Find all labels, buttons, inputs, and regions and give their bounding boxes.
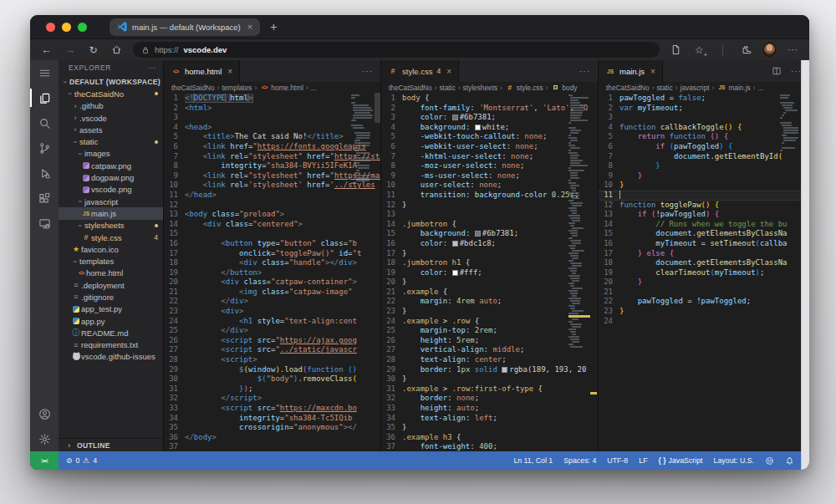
puzzle-icon[interactable] [740,43,752,56]
breadcrumb-item[interactable]: theCatSaidNo [171,84,215,92]
tab-style-css[interactable]: #style.css4× [381,60,459,82]
activity-account-view[interactable] [30,401,59,426]
toolbar-nav-group: ←→↻ [30,43,133,56]
activity-remote-explorer-view[interactable] [30,211,59,236]
activity-run-debug-view[interactable] [30,160,59,186]
browser-scrollbar[interactable] [801,60,809,470]
minimap[interactable] [568,94,591,349]
status-eol[interactable]: LF [639,456,647,465]
close-tab-icon[interactable]: × [650,67,655,76]
tree-item-javascript[interactable]: ›javascript [59,196,163,207]
explorer-more-actions-icon[interactable]: ··· [148,64,156,72]
code-line: 19 clearTimeout(myTimeout); [599,268,809,278]
back-icon[interactable]: ← [40,43,53,56]
zoom-window-button[interactable] [78,23,87,32]
breadcrumb-item[interactable]: JSmain.js [716,84,750,92]
close-window-button[interactable] [46,23,55,32]
remote-indicator[interactable]: >< [30,451,59,470]
line-number: 14 [381,220,402,230]
tree-item-vscode-png[interactable]: vscode.png [59,184,163,196]
problems-status[interactable]: ⊘0 ⚠4 [59,456,97,465]
status-language-mode[interactable]: { }JavaScript [659,456,703,465]
tree-item-app-test-py[interactable]: app_test.py [59,303,163,315]
tree-item-static[interactable]: ›static [59,135,163,147]
reload-icon[interactable]: ↻ [87,43,99,56]
breadcrumb-item[interactable]: static [439,84,455,92]
new-tab-button[interactable]: + [270,20,277,33]
tree-item-vscode-github-issues[interactable]: vscode.github-issues [59,351,163,363]
code-line: 23} [381,307,598,317]
home-icon[interactable] [110,43,123,56]
breadcrumb-item[interactable]: stylesheets [463,84,498,92]
breadcrumb-item[interactable]: #style.css [505,84,543,92]
browser-titlebar: main.js — default (Workspace) × + [30,15,809,38]
tree-item-templates[interactable]: ›templates [59,255,163,267]
code-editor[interactable]: 1pawToggled = false;2var myTimeout;34fun… [599,93,809,451]
activity-source-control-view[interactable] [30,135,59,160]
breadcrumb-item[interactable]: templates [222,84,252,92]
breadcrumb-item[interactable]: ... [757,84,763,92]
tree-item--deployment[interactable]: ≡.deployment [59,279,163,291]
tree-item--vscode[interactable]: ›.vscode [59,112,163,124]
breadcrumb-item[interactable]: body [550,84,577,92]
activity-menu-icon[interactable] [30,60,59,85]
tab-close-icon[interactable]: × [247,22,252,32]
activity-explorer-view[interactable] [30,85,59,110]
activity-settings-view[interactable] [30,426,59,451]
minimap[interactable] [780,94,803,155]
forward-icon[interactable]: → [64,43,76,56]
code-editor[interactable]: 1body {2 font-family: 'Montserrat', 'Lat… [381,93,598,451]
status-feedback[interactable] [765,456,774,466]
split-icon[interactable] [770,65,782,78]
tree-item-app-py[interactable]: app.py [59,315,163,327]
browser-tab[interactable]: main.js — default (Workspace) × [110,18,260,36]
minimap[interactable] [351,94,374,187]
tree-item-dogpaw-png[interactable]: dogpaw.png [59,171,163,183]
tree-item--gitignore[interactable]: ≡.gitignore [59,291,163,303]
tree-item-style-css[interactable]: #style.css4 [59,232,163,243]
minimize-window-button[interactable] [62,23,71,32]
tab-home-html[interactable]: <>home.html× [164,60,240,82]
close-tab-icon[interactable]: × [227,67,232,76]
breadcrumb-item[interactable]: <>home.html [259,84,303,92]
close-tab-icon[interactable]: × [446,67,451,76]
tree-item-favicon-ico[interactable]: ★favicon.ico [59,243,163,255]
breadcrumb-item[interactable]: ... [311,84,317,92]
status-encoding[interactable]: UTF-8 [607,456,628,465]
star-add-icon[interactable]: ☆+ [693,43,706,56]
tree-item--github[interactable]: ›.github [59,100,163,112]
status-keyboard-layout[interactable]: Layout: U.S. [714,456,754,465]
breadcrumb-item[interactable]: theCatSaidNo [389,84,432,92]
tree-item-images[interactable]: ›images [59,148,163,160]
tree-item-label: templates [79,257,114,266]
page-icon[interactable] [670,43,682,56]
more-icon[interactable]: ··· [579,65,591,78]
avatar-icon[interactable] [763,43,776,56]
scrollbar-slider[interactable] [375,93,380,123]
status-cursor-position[interactable]: Ln 11, Col 1 [513,456,553,465]
outline-section[interactable]: › OUTLINE [59,438,163,451]
tree-item-default-workspace-[interactable]: ›DEFAULT (WORKSPACE) [59,76,163,88]
breadcrumb-item[interactable]: theCatSaidNo [606,84,650,92]
tree-item-assets[interactable]: ›assets [59,124,163,135]
code-line: 24 [599,317,809,327]
status-notifications[interactable] [785,456,794,466]
breadcrumb-item[interactable]: static [656,84,672,92]
tree-item-requirements-txt[interactable]: ≡requirements.txt [59,339,163,351]
tree-item-thecatsaidno[interactable]: ›theCatSaidNo [59,88,163,99]
tree-item-readme-md[interactable]: ⓘREADME.md [59,327,163,339]
breadcrumb-item[interactable]: javascript [681,84,710,92]
status-indentation[interactable]: Spaces: 4 [563,456,596,465]
activity-search-view[interactable] [30,110,59,135]
tab-main-js[interactable]: JSmain.js× [599,60,663,82]
activity-extensions-view[interactable] [30,186,59,211]
tree-item-stylesheets[interactable]: ›stylesheets [59,220,163,232]
tree-item-home-html[interactable]: <>home.html [59,267,163,279]
more-icon[interactable]: ··· [787,43,799,56]
url-bar[interactable]: https://vscode.dev [133,42,660,58]
more-icon[interactable]: ··· [361,65,374,78]
line-number: 26 [381,336,402,346]
code-editor[interactable]: 1<!DOCTYPE html>2<html>34<head>5 <title>… [164,93,380,451]
tree-item-main-js[interactable]: JSmain.js [59,207,163,219]
tree-item-catpaw-png[interactable]: catpaw.png [59,160,163,171]
